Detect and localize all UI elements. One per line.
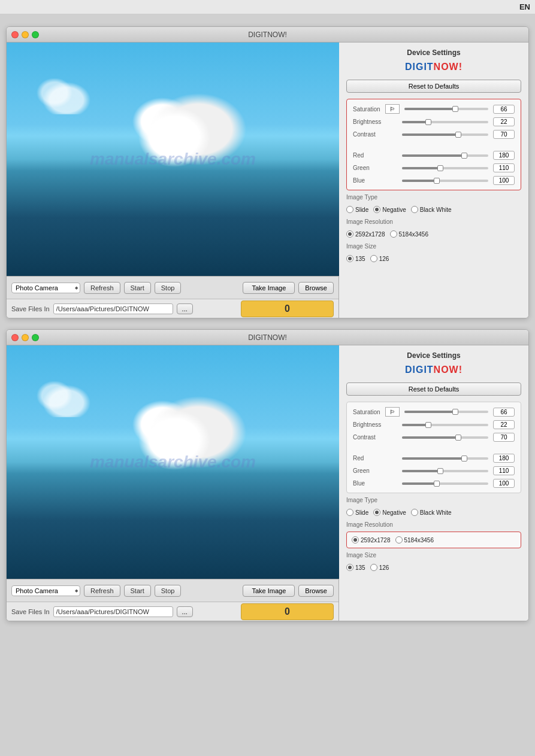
blue-label-2: Blue xyxy=(353,480,383,487)
saturation-slider-2[interactable] xyxy=(404,411,488,413)
res1-radio-1[interactable] xyxy=(346,230,353,238)
window-body-1: manualsarchive.com Photo Camera Refresh … xyxy=(7,42,528,318)
size2-radio-2[interactable] xyxy=(370,564,377,571)
slide-label-1: Slide xyxy=(355,207,368,213)
bw-option-2[interactable]: Black White xyxy=(411,509,452,516)
take-image-btn-1[interactable]: Take Image xyxy=(243,282,295,294)
brightness-slider-1[interactable] xyxy=(402,121,488,123)
maximize-btn-1[interactable] xyxy=(32,31,39,38)
slide-radio-2[interactable] xyxy=(346,509,353,516)
res1-radio-2[interactable] xyxy=(352,536,359,544)
blue-slider-2[interactable] xyxy=(402,482,488,485)
start-btn-1[interactable]: Start xyxy=(124,282,151,294)
size1-option-2[interactable]: 135 xyxy=(346,564,365,571)
image-size-section-1: Image Size 135 126 xyxy=(346,243,521,264)
red-label-1: Red xyxy=(353,152,383,159)
red-value-2[interactable] xyxy=(493,454,515,463)
size2-radio-1[interactable] xyxy=(370,255,377,262)
slide-option-1[interactable]: Slide xyxy=(346,206,368,213)
saturation-value-2[interactable] xyxy=(493,408,515,417)
minimize-btn-2[interactable] xyxy=(22,334,29,341)
contrast-value-1[interactable] xyxy=(493,130,515,139)
bw-option-1[interactable]: Black White xyxy=(411,206,452,213)
save-files-label-1: Save Files In xyxy=(11,305,50,312)
size1-radio-2[interactable] xyxy=(346,564,353,571)
brightness-value-2[interactable] xyxy=(493,420,515,429)
res1-option-2[interactable]: 2592x1728 xyxy=(352,536,391,544)
file-path-input-2[interactable] xyxy=(53,606,173,617)
green-value-2[interactable] xyxy=(493,466,515,475)
res1-label-1: 2592x1728 xyxy=(355,231,385,238)
res1-label-2: 2592x1728 xyxy=(361,537,391,544)
bw-radio-2[interactable] xyxy=(411,509,418,516)
reset-btn-1[interactable]: Reset to Defaults xyxy=(346,80,521,93)
start-btn-2[interactable]: Start xyxy=(124,585,151,597)
device-controls-box-1: Saturation 🏳 Brightness xyxy=(346,99,521,190)
image-size-section-2: Image Size 135 126 xyxy=(346,552,521,573)
contrast-slider-2[interactable] xyxy=(402,436,488,439)
device-select-2[interactable]: Photo Camera xyxy=(11,585,80,596)
red-slider-1[interactable] xyxy=(402,154,488,157)
cloud-3 xyxy=(126,393,246,471)
close-btn-1[interactable] xyxy=(11,31,19,38)
contrast-slider-1[interactable] xyxy=(402,133,488,136)
file-path-input-1[interactable] xyxy=(53,303,173,314)
size1-radio-1[interactable] xyxy=(346,255,353,262)
refresh-btn-2[interactable]: Refresh xyxy=(84,585,120,597)
size2-option-2[interactable]: 126 xyxy=(370,564,389,571)
browse-btn-2[interactable]: Browse xyxy=(298,585,334,597)
take-image-btn-2[interactable]: Take Image xyxy=(243,585,295,597)
device-select-wrapper-1[interactable]: Photo Camera xyxy=(11,283,80,293)
res2-option-2[interactable]: 5184x3456 xyxy=(395,536,434,544)
bw-radio-1[interactable] xyxy=(411,206,418,213)
red-slider-2[interactable] xyxy=(402,457,488,460)
saturation-slider-1[interactable] xyxy=(404,108,488,110)
green-value-1[interactable] xyxy=(493,163,515,172)
red-value-1[interactable] xyxy=(493,151,515,160)
res1-option-1[interactable]: 2592x1728 xyxy=(346,230,385,238)
settings-title-1: Device Settings xyxy=(346,48,521,57)
dots-btn-2[interactable]: ... xyxy=(177,606,193,617)
camera-image-2: manualsarchive.com xyxy=(7,345,339,579)
stop-btn-1[interactable]: Stop xyxy=(155,282,182,294)
stop-btn-2[interactable]: Stop xyxy=(155,585,182,597)
maximize-btn-2[interactable] xyxy=(32,334,39,341)
negative-option-2[interactable]: Negative xyxy=(373,509,406,516)
blue-slider-1[interactable] xyxy=(402,180,488,182)
dots-btn-1[interactable]: ... xyxy=(177,303,193,314)
blue-value-2[interactable] xyxy=(493,479,515,488)
green-row-1: Green xyxy=(353,163,515,172)
cloud-2 xyxy=(37,78,96,114)
res2-radio-2[interactable] xyxy=(395,536,403,544)
blue-value-1[interactable] xyxy=(493,176,515,185)
size1-option-1[interactable]: 135 xyxy=(346,255,365,262)
slide-option-2[interactable]: Slide xyxy=(346,509,368,516)
refresh-btn-1[interactable]: Refresh xyxy=(84,282,120,294)
close-btn-2[interactable] xyxy=(11,334,19,341)
window-title-1: DIGITNOW! xyxy=(248,31,287,39)
green-slider-1[interactable] xyxy=(402,167,488,169)
brightness-slider-2[interactable] xyxy=(402,424,488,426)
saturation-value-1[interactable] xyxy=(493,105,515,114)
blue-row-2: Blue xyxy=(353,479,515,488)
minimize-btn-1[interactable] xyxy=(22,31,29,38)
settings-panel-2: Device Settings DIGITNOW! Reset to Defau… xyxy=(339,345,528,621)
res2-option-1[interactable]: 5184x3456 xyxy=(390,230,429,238)
window-1: DIGITNOW! manualsarchive.com Photo Camer… xyxy=(6,26,529,318)
device-select-wrapper-2[interactable]: Photo Camera xyxy=(11,585,80,596)
size2-option-1[interactable]: 126 xyxy=(370,255,389,262)
negative-option-1[interactable]: Negative xyxy=(373,206,406,213)
logo-now-2: NOW! xyxy=(434,365,463,375)
image-size-label-2: Image Size xyxy=(346,552,521,558)
counter-display-2: 0 xyxy=(241,603,334,620)
res2-radio-1[interactable] xyxy=(390,230,397,238)
brightness-value-1[interactable] xyxy=(493,117,515,126)
contrast-value-2[interactable] xyxy=(493,433,515,442)
green-slider-2[interactable] xyxy=(402,470,488,472)
device-select-1[interactable]: Photo Camera xyxy=(11,283,80,293)
reset-btn-2[interactable]: Reset to Defaults xyxy=(346,382,521,396)
negative-radio-1[interactable] xyxy=(373,206,380,213)
browse-btn-1[interactable]: Browse xyxy=(298,282,334,294)
negative-radio-2[interactable] xyxy=(373,509,380,516)
slide-radio-1[interactable] xyxy=(346,206,353,213)
